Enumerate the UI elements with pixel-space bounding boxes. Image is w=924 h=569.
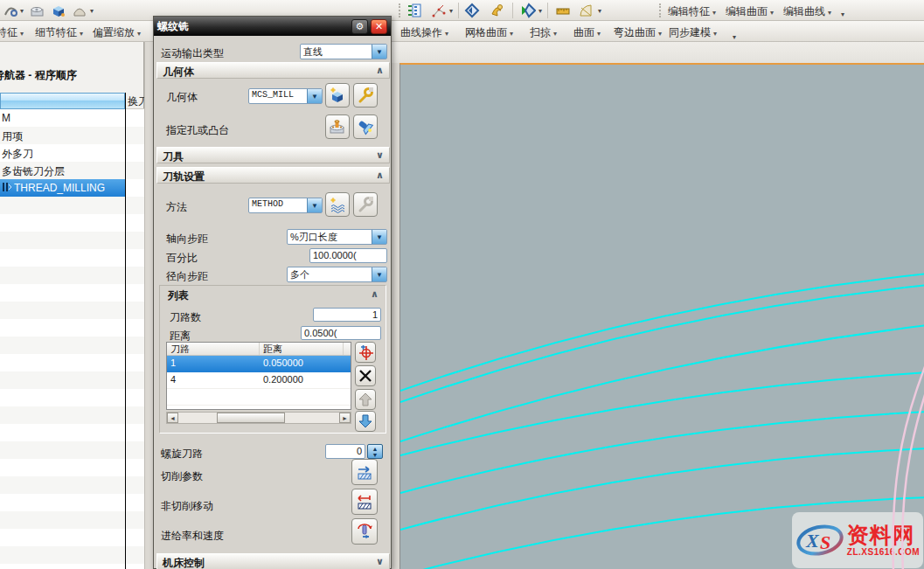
tree-item[interactable]: M [0,109,125,127]
table-row-empty[interactable] [167,389,351,406]
motion-output-dropdown[interactable]: 直线▼ [300,44,387,59]
section-curve-icon[interactable] [2,2,19,18]
extrude-cube-icon[interactable] [50,2,67,18]
navigator-empty-rows [0,197,125,569]
menu-offset-scale[interactable]: 偏置缩放▾ [93,25,141,40]
scroll-left-button[interactable]: ◄ [167,413,178,423]
navigator-column-header-selected[interactable] [0,93,125,109]
tree-item[interactable]: 用项 [0,127,125,144]
menu-flange-surface[interactable]: 弯边曲面▾ [614,25,662,40]
navigator-title: 导航器 - 程序顺序 [0,68,140,83]
menu-surface[interactable]: 曲面▾ [573,25,601,40]
thread-mill-dialog[interactable]: 螺纹铣 ⚙ ✕ 运动输出类型 直线▼ 几何体∧ 几何体 MCS_MILL▼ 指定… [153,16,392,569]
menu-edit-feature[interactable]: 编辑特征▾ [668,4,716,19]
new-geometry-button[interactable] [325,83,350,108]
radial-step-dropdown[interactable]: 多个▼ [287,267,387,282]
menu-curve-operation[interactable]: 曲线操作▾ [400,25,448,40]
toolbar-grip[interactable] [659,3,662,17]
toolbar-overflow-caret[interactable]: ▾ [733,33,736,41]
dialog-close-button[interactable]: ✕ [371,19,387,34]
navigator-empty-rows-col2 [126,109,144,569]
play-shaded-icon[interactable] [519,2,537,18]
menu-synchronous-modeling[interactable]: 同步建模▾ [669,25,717,40]
add-row-button[interactable] [355,342,376,363]
dropdown-caret[interactable]: ▾ [90,7,94,15]
edit-method-button[interactable] [353,192,378,217]
dropdown-caret[interactable]: ▾ [449,7,453,15]
delete-x-icon [358,368,373,384]
section-machine-control[interactable]: 机床控制∨ [156,553,390,569]
axial-step-dropdown[interactable]: %刃口长度▼ [287,229,387,245]
specify-hole-button[interactable] [325,114,350,139]
part-navigator-icon[interactable] [406,2,423,18]
delete-row-button[interactable] [355,365,376,386]
swirl-tool-icon[interactable] [488,2,505,18]
wrench-disabled-icon [357,196,374,213]
point-set-icon[interactable] [430,2,448,18]
flashlight-icon [357,118,374,135]
toolbar-grip[interactable] [399,3,401,17]
scroll-right-button[interactable]: ► [339,413,351,423]
protractor-icon[interactable] [577,2,594,18]
dropdown-caret[interactable]: ▾ [20,7,24,15]
passes-field[interactable]: 1 [313,308,381,322]
expand-icon: ∨ [376,556,384,567]
col-distance[interactable]: 距离 [260,343,344,355]
list-header[interactable]: 列表 [161,287,385,302]
tree-item[interactable]: 多齿铣刀分层 [0,162,125,179]
noncutting-moves-button[interactable] [351,489,378,515]
distance-field[interactable]: 0.0500( [301,326,381,340]
helical-passes-label: 螺旋刀路 [161,447,203,461]
toolbar-icons: ▾ ▾ ▾ ▾ ▾ 编辑特征▾ 编辑曲面▾ 编辑曲线▾ ▾ [0,0,924,21]
datum-diamond-icon[interactable] [463,2,481,18]
navigator-column-header-toolchange[interactable]: 换刀 [126,93,144,109]
tree-item[interactable]: 外多刀 [0,144,125,162]
menu-sweep[interactable]: 扫掠▾ [530,25,557,40]
menu-feature[interactable]: 特征▾ [0,25,24,40]
chevron-down-icon: ▼ [307,198,322,212]
dialog-titlebar[interactable]: 螺纹铣 ⚙ ✕ [154,17,391,36]
menu-edit-curve[interactable]: 编辑曲线▾ [783,4,831,19]
graphics-viewport[interactable]: X S 资料网 ZL.XS1616.COM [399,63,924,569]
edit-geometry-button[interactable] [353,83,378,108]
panel-gap [144,42,153,569]
section-tool[interactable]: 刀具∨ [156,147,390,163]
dropdown-caret[interactable]: ▾ [538,7,542,15]
panel-gap [392,63,399,569]
move-up-button[interactable] [355,389,376,410]
dialog-options-gear-button[interactable]: ⚙ [351,19,368,34]
expand-icon: ∨ [376,149,384,161]
new-method-button[interactable] [325,192,350,217]
dropdown-caret[interactable]: ▾ [598,7,601,15]
table-hscrollbar[interactable]: ◄ ► [166,412,351,424]
shell-feature-icon[interactable] [71,2,88,18]
section-geometry[interactable]: 几何体∧ [156,62,390,79]
navigator-column-divider[interactable] [125,93,126,569]
tree-item-thread-milling[interactable]: THREAD_MILLING [0,179,144,197]
pad-feature-icon[interactable] [29,2,46,18]
passes-table[interactable]: 刀路 距离 1 0.050000 4 0.200000 [166,342,351,410]
table-row[interactable]: 1 0.050000 [167,356,351,372]
collapse-icon[interactable]: ∧ [371,288,379,300]
col-pass[interactable]: 刀路 [167,343,260,355]
flashlight-select-button[interactable] [353,114,378,139]
method-dropdown[interactable]: METHOD▼ [248,198,323,213]
section-path-settings[interactable]: 刀轨设置∧ [156,167,390,184]
geometry-label: 几何体 [166,90,198,105]
ruler-icon[interactable] [554,2,572,18]
chevron-down-icon: ▼ [372,267,386,281]
helical-spinner[interactable]: ▲▼ [367,444,383,459]
helical-passes-field[interactable]: 0 [325,444,365,459]
cutting-params-label: 切削参数 [161,469,203,484]
percent-field[interactable]: 100.0000( [309,248,387,263]
move-down-button[interactable] [355,411,376,432]
menu-edit-surface[interactable]: 编辑曲面▾ [726,4,774,19]
table-row[interactable]: 4 0.200000 [167,372,351,389]
geometry-dropdown[interactable]: MCS_MILL▼ [248,88,323,104]
scroll-thumb[interactable] [217,413,285,423]
toolbar-overflow-caret[interactable]: ▾ [841,10,844,18]
cutting-params-button[interactable] [351,459,378,485]
menu-mesh-surface[interactable]: 网格曲面▾ [465,25,513,40]
menu-detail-feature[interactable]: 细节特征▾ [35,25,83,40]
feeds-speeds-button[interactable] [351,518,378,545]
